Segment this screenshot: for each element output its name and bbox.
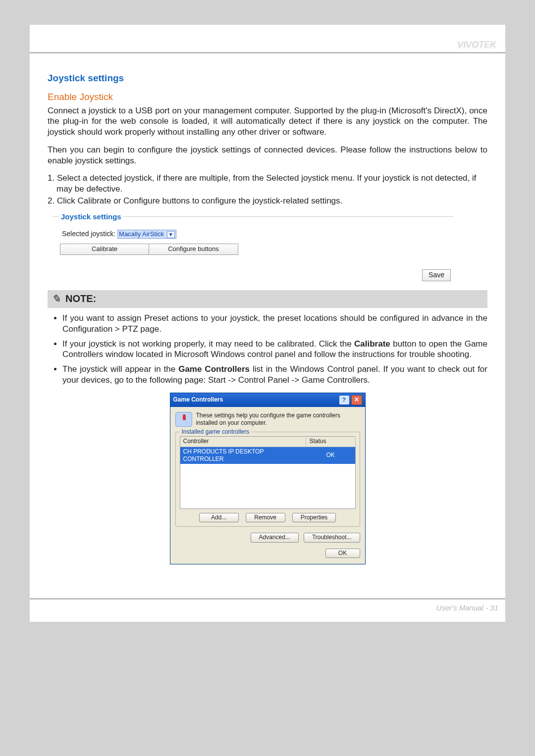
- fieldset-legend: Joystick settings: [59, 212, 123, 221]
- col-status[interactable]: Status: [306, 437, 355, 447]
- note-label: NOTE:: [65, 293, 96, 305]
- remove-button[interactable]: Remove: [246, 513, 285, 522]
- installed-controllers-fieldset: Installed game controllers Controller St…: [175, 432, 360, 527]
- installed-controllers-legend: Installed game controllers: [180, 428, 252, 436]
- note-bullet-1: If you want to assign Preset actions to …: [62, 313, 487, 335]
- brand-text: VIVOTEK: [457, 28, 496, 38]
- note-bullet-3a: The joystick will appear in the: [62, 364, 178, 374]
- joystick-icon: [175, 412, 192, 427]
- selected-joystick-row: Selected joystick: Macally AirStick ▼: [62, 230, 446, 239]
- chevron-down-icon[interactable]: ▼: [167, 231, 175, 239]
- page-footer: User's Manual - 31: [30, 598, 505, 622]
- brand-label: VIVOTEK: [457, 40, 496, 50]
- controllers-table: Controller Status CH PRODUCTS IP DESKTOP…: [180, 436, 356, 509]
- cell-controller: CH PRODUCTS IP DESKTOP CONTROLLER: [180, 447, 306, 464]
- heading-enable-joystick: Enable Joystick: [48, 91, 487, 103]
- table-row[interactable]: CH PRODUCTS IP DESKTOP CONTROLLER OK: [180, 447, 355, 464]
- properties-button[interactable]: Properties: [292, 513, 336, 522]
- cell-status: OK: [306, 447, 355, 464]
- configure-buttons-button[interactable]: Configure buttons: [149, 244, 238, 255]
- selected-joystick-value: Macally AirStick: [119, 230, 164, 238]
- pencil-icon: ✎: [52, 292, 60, 306]
- dialog-description: These settings help you configure the ga…: [196, 412, 360, 427]
- paragraph-intro-1: Connect a joystick to a USB port on your…: [48, 105, 487, 138]
- selected-joystick-label: Selected joystick:: [62, 230, 115, 238]
- advanced-button[interactable]: Advanced...: [251, 533, 299, 542]
- dialog-titlebar: Game Controllers ? ✕: [170, 393, 365, 407]
- troubleshoot-button[interactable]: Troubleshoot...: [304, 533, 360, 542]
- note-bullet-2-bold: Calibrate: [354, 339, 390, 349]
- paragraph-intro-2: Then you can begin to configure the joys…: [48, 145, 487, 166]
- calibrate-button[interactable]: Calibrate: [60, 244, 149, 255]
- note-bullet-2a: If your joystick is not working properly…: [62, 339, 354, 349]
- help-icon[interactable]: ?: [339, 395, 350, 405]
- add-button[interactable]: Add...: [199, 513, 239, 522]
- joystick-settings-fieldset: Joystick settings Selected joystick: Mac…: [53, 216, 454, 262]
- note-header: ✎ NOTE:: [48, 290, 487, 308]
- game-controllers-dialog: Game Controllers ? ✕ These settings help…: [170, 393, 366, 564]
- save-button[interactable]: Save: [422, 269, 451, 281]
- step-1: 1. Select a detected joystick, if there …: [56, 173, 487, 195]
- col-controller[interactable]: Controller: [180, 437, 306, 447]
- dialog-title: Game Controllers: [173, 396, 223, 403]
- heading-joystick-settings: Joystick settings: [48, 72, 487, 84]
- table-empty-area: [180, 464, 355, 508]
- note-bullet-3-bold: Game Controllers: [178, 364, 250, 374]
- step-2: 2. Click Calibrate or Configure buttons …: [56, 196, 487, 206]
- note-bullet-3: The joystick will appear in the Game Con…: [62, 364, 487, 386]
- close-icon[interactable]: ✕: [351, 395, 362, 405]
- note-bullet-2: If your joystick is not working properly…: [62, 339, 487, 360]
- selected-joystick-dropdown[interactable]: Macally AirStick ▼: [117, 230, 176, 239]
- ok-button[interactable]: OK: [325, 549, 360, 558]
